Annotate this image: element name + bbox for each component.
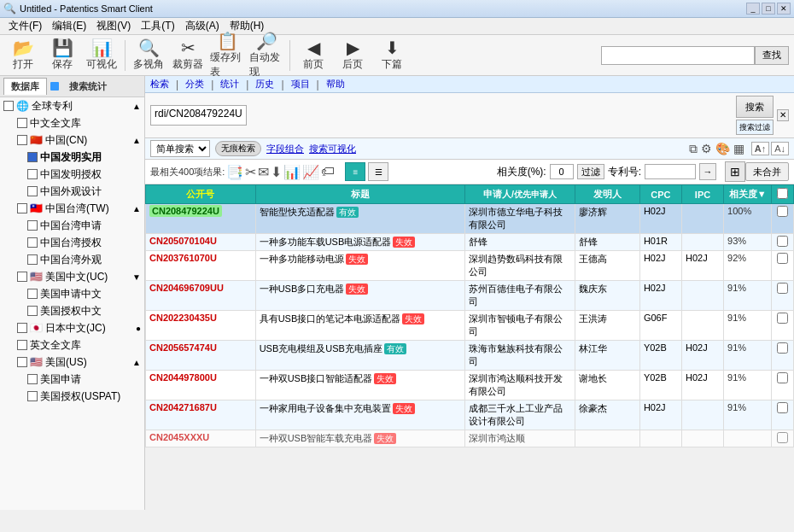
nav-search[interactable]: 检索: [150, 78, 169, 91]
collapse-china[interactable]: ▲: [132, 136, 141, 145]
grid-icon[interactable]: ▦: [733, 142, 744, 155]
close-button[interactable]: ✕: [777, 3, 791, 15]
row-checkbox-cell[interactable]: [772, 251, 794, 281]
detail-view-button[interactable]: ☰: [368, 162, 388, 181]
sidebar-item-china-design[interactable]: 中国外观设计: [24, 183, 144, 200]
checkbox-taiwan[interactable]: [17, 203, 27, 213]
nav-project[interactable]: 项目: [291, 78, 310, 91]
row-checkbox-cell[interactable]: [772, 234, 794, 251]
merge-icon-button[interactable]: ⊞: [725, 161, 745, 182]
sidebar-item-china-granted[interactable]: 中国发明授权: [24, 166, 144, 183]
checkbox-tw-granted[interactable]: [27, 237, 38, 248]
row-checkbox-cell[interactable]: [772, 371, 794, 400]
checkbox-china-granted[interactable]: [27, 169, 38, 179]
checkbox-china-invention[interactable]: [27, 152, 38, 162]
checkbox-japan-chinese[interactable]: [17, 323, 27, 333]
pub-num-link[interactable]: CN2045XXXU: [149, 432, 209, 442]
sidebar-item-us-chinese[interactable]: 🇺🇸 美国中文(UC) ▼: [14, 268, 144, 285]
row-checkbox[interactable]: [777, 342, 788, 354]
col-header-inventor[interactable]: 发明人: [575, 185, 639, 204]
maximize-button[interactable]: □: [762, 3, 775, 15]
table-row[interactable]: CN205657474UUSB充电模组及USB充电插座有效珠海市魅族科技有限公司…: [146, 341, 794, 371]
sidebar-item-japan-chinese[interactable]: 🇯🇵 日本中文(JC) ●: [14, 319, 144, 336]
row-checkbox-cell[interactable]: [772, 281, 794, 311]
menu-tools[interactable]: 工具(T): [136, 17, 179, 35]
row-checkbox[interactable]: [777, 283, 788, 294]
search-filter-button[interactable]: 搜索过滤: [736, 120, 774, 135]
merge-button[interactable]: 未合并: [745, 162, 789, 181]
collapse-us[interactable]: ▲: [132, 358, 141, 367]
results-icon3[interactable]: ✉: [258, 164, 269, 180]
checkbox-tw-app[interactable]: [27, 220, 38, 231]
col-header-relevance[interactable]: 相关度▼: [724, 185, 772, 204]
checkbox-english-fulltext[interactable]: [17, 340, 27, 350]
field-combo-link[interactable]: 字段组合: [266, 143, 304, 155]
traceless-toggle[interactable]: 无痕检索: [215, 141, 261, 156]
checkbox-china-design[interactable]: [27, 186, 38, 196]
row-checkbox[interactable]: [777, 372, 788, 383]
collapse-global[interactable]: ▲: [132, 102, 141, 111]
toolbar-search-input[interactable]: [601, 46, 755, 65]
checkbox-us[interactable]: [17, 357, 27, 367]
col-header-title[interactable]: 标题: [255, 185, 465, 204]
row-checkbox[interactable]: [777, 206, 788, 217]
row-checkbox[interactable]: [777, 236, 788, 247]
collapse-us-cn[interactable]: ▼: [132, 272, 141, 282]
results-icon2[interactable]: ✂: [245, 164, 256, 180]
pub-num-link[interactable]: CN204497800U: [149, 372, 217, 383]
sidebar-item-us-app[interactable]: 美国申请: [24, 371, 144, 388]
col-header-cpc[interactable]: CPC: [639, 185, 681, 204]
row-checkbox[interactable]: [777, 432, 788, 443]
table-row[interactable]: CN202230435U具有USB接口的笔记本电源适配器失效深圳市智顿电子有限公…: [146, 311, 794, 341]
row-checkbox-cell[interactable]: [772, 204, 794, 234]
row-checkbox[interactable]: [777, 313, 788, 324]
visualize-button[interactable]: 📊 可视化: [84, 38, 120, 73]
results-icon1[interactable]: 📑: [226, 164, 243, 180]
autodiscover-button[interactable]: 🔎 自动发现: [248, 38, 284, 73]
cache-button[interactable]: 📋 缓存列表: [209, 38, 245, 73]
sidebar-item-chinese-fulltext[interactable]: 中文全文库: [14, 114, 144, 132]
checkbox-us-granted-cn[interactable]: [27, 306, 38, 316]
minimize-button[interactable]: _: [746, 3, 760, 15]
sidebar-item-tw-app[interactable]: 中国台湾申请: [24, 217, 144, 234]
palette-icon[interactable]: 🎨: [715, 142, 730, 155]
table-row[interactable]: CN204696709UU一种USB多口充电器失效苏州百德佳电子有限公司魏庆东H…: [146, 281, 794, 311]
sidebar-item-global-patent[interactable]: 🌐 全球专利 ▲: [0, 97, 144, 114]
sidebar-item-us-granted-cn[interactable]: 美国授权中文: [24, 302, 144, 319]
menu-edit[interactable]: 编辑(E): [47, 17, 91, 35]
sidebar-item-china[interactable]: 🇨🇳 中国(CN) ▲: [14, 132, 144, 149]
results-table-container[interactable]: 公开号 标题 申请人/优先申请人 发明人 CPC IPC 相关度▼ CN2084…: [145, 184, 794, 510]
checkbox-us-app-cn[interactable]: [27, 289, 38, 299]
results-icon5[interactable]: 📊: [283, 164, 301, 180]
collapse-taiwan[interactable]: ▲: [132, 204, 141, 213]
text-increase-button[interactable]: A↑: [751, 142, 769, 155]
toolbar-search-button[interactable]: 查找: [755, 46, 789, 65]
row-checkbox[interactable]: [777, 253, 788, 264]
nav-help[interactable]: 帮助: [326, 78, 345, 91]
sidebar-item-us[interactable]: 🇺🇸 美国(US) ▲: [14, 354, 144, 371]
pub-num-link[interactable]: CN205657474U: [149, 342, 217, 353]
select-all-checkbox[interactable]: [777, 188, 788, 199]
col-header-ipc[interactable]: IPC: [681, 185, 723, 204]
results-icon7[interactable]: 🏷: [321, 164, 335, 179]
row-checkbox-cell[interactable]: [772, 400, 794, 430]
checkbox-tw-design[interactable]: [27, 254, 38, 265]
filter-button[interactable]: 过滤: [577, 164, 604, 179]
search-mode-select[interactable]: 简单搜索: [150, 140, 210, 157]
clipper-button[interactable]: ✂ 裁剪器: [170, 38, 206, 73]
menu-view[interactable]: 视图(V): [91, 17, 136, 35]
row-checkbox-cell[interactable]: [772, 311, 794, 341]
checkbox-global[interactable]: [3, 101, 14, 111]
sidebar-item-tw-granted[interactable]: 中国台湾授权: [24, 234, 144, 251]
patent-num-search-button[interactable]: →: [699, 163, 716, 180]
results-icon6[interactable]: 📈: [302, 164, 319, 180]
list-view-button[interactable]: ≡: [345, 162, 365, 181]
settings-icon[interactable]: ⚙: [701, 142, 712, 155]
table-row[interactable]: CN204497800U一种双USB接口智能适配器失效深圳市鸿达顺科技开发有限公…: [146, 371, 794, 400]
open-button[interactable]: 📂 打开: [5, 38, 41, 73]
pub-num-link[interactable]: CN205070104U: [149, 236, 217, 246]
nav-classify[interactable]: 分类: [185, 78, 204, 91]
col-header-applicant[interactable]: 申请人/优先申请人: [465, 185, 575, 204]
sidebar-tab-database[interactable]: 数据库: [3, 78, 47, 95]
col-header-checkbox[interactable]: [772, 185, 794, 204]
